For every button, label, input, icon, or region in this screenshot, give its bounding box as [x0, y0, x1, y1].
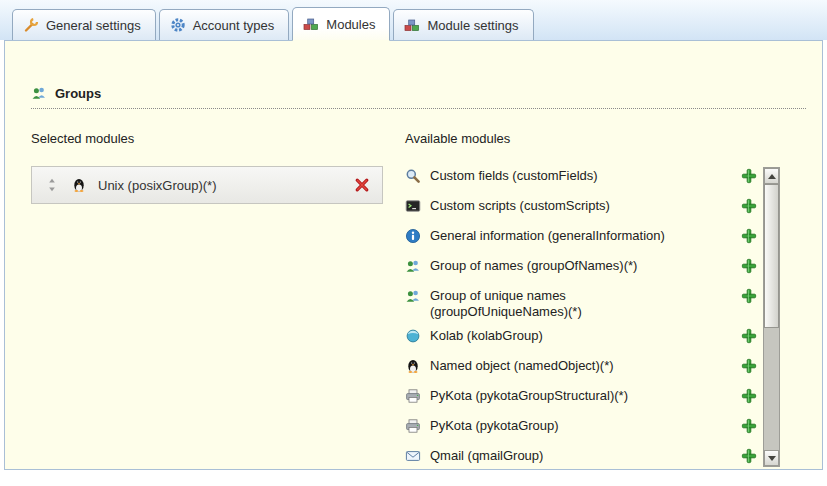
available-module-row: Named object (namedObject)(*) — [405, 354, 757, 384]
module-label: Group of unique names (groupOfUniqueName… — [430, 287, 688, 321]
magnifier-icon — [405, 168, 421, 184]
available-modules-scrollbar[interactable] — [763, 167, 780, 467]
available-modules-list: Custom fields (customFields) Custom scri… — [405, 164, 757, 474]
tab-label: Module settings — [427, 18, 518, 33]
available-module-row: Custom fields (customFields) — [405, 164, 757, 194]
tools-icon — [23, 17, 39, 33]
add-module-icon[interactable] — [741, 168, 757, 184]
scrollbar-track[interactable] — [764, 184, 779, 450]
available-module-row: Group of names (groupOfNames)(*) — [405, 254, 757, 284]
tab-modules[interactable]: Modules — [292, 7, 390, 41]
available-module-row: PyKota (pykotaGroup) — [405, 414, 757, 444]
module-settings-icon — [404, 17, 420, 33]
selected-modules-heading: Selected modules — [31, 131, 383, 146]
groups-section-header: Groups — [31, 85, 806, 109]
tab-bar: General settings Account types Modules M… — [12, 7, 534, 40]
tab-general-settings[interactable]: General settings — [12, 9, 156, 40]
drag-updown-icon[interactable] — [44, 177, 60, 193]
scroll-up-button[interactable] — [764, 168, 779, 184]
selected-modules-column: Selected modules Unix (posixGroup)(*) — [31, 131, 383, 204]
module-label: General information (generalInformation) — [430, 227, 665, 244]
module-label: Custom fields (customFields) — [430, 167, 598, 184]
module-label: Qmail (qmailGroup) — [430, 447, 543, 464]
available-module-row: General information (generalInformation) — [405, 224, 757, 254]
module-label: PyKota (pykotaGroup) — [430, 417, 559, 434]
tux-icon — [71, 177, 87, 193]
printer-icon — [405, 388, 421, 404]
info-icon — [405, 228, 421, 244]
scroll-down-button[interactable] — [764, 450, 779, 466]
selected-modules-box: Unix (posixGroup)(*) — [31, 166, 383, 204]
available-module-row: Group of unique names (groupOfUniqueName… — [405, 284, 757, 324]
groups-icon — [31, 85, 47, 101]
tux-icon — [405, 358, 421, 374]
add-module-icon[interactable] — [741, 198, 757, 214]
tab-module-settings[interactable]: Module settings — [393, 9, 533, 40]
gear-icon — [170, 17, 186, 33]
available-module-row: Custom scripts (customScripts) — [405, 194, 757, 224]
available-modules-column: Available modules Custom fields (customF… — [405, 131, 783, 474]
mail-icon — [405, 448, 421, 464]
arrow-up-icon — [768, 174, 776, 179]
tab-label: Account types — [193, 18, 275, 33]
selected-module-label: Unix (posixGroup)(*) — [98, 178, 343, 193]
tab-account-types[interactable]: Account types — [159, 9, 290, 40]
selected-module-row: Unix (posixGroup)(*) — [32, 167, 382, 203]
module-label: PyKota (pykotaGroupStructural)(*) — [430, 387, 628, 404]
tab-label: General settings — [46, 18, 141, 33]
arrow-down-icon — [768, 456, 776, 461]
add-module-icon[interactable] — [741, 288, 757, 304]
add-module-icon[interactable] — [741, 258, 757, 274]
modules-icon — [303, 16, 319, 32]
available-module-row: Qmail (qmailGroup) — [405, 444, 757, 474]
module-label: Kolab (kolabGroup) — [430, 327, 543, 344]
module-label: Group of names (groupOfNames)(*) — [430, 257, 637, 274]
delete-module-icon[interactable] — [354, 177, 370, 193]
module-label: Named object (namedObject)(*) — [430, 357, 614, 374]
scrollbar-thumb[interactable] — [764, 184, 779, 328]
script-icon — [405, 198, 421, 214]
section-title: Groups — [55, 86, 101, 101]
printer-icon — [405, 418, 421, 434]
available-module-row: Kolab (kolabGroup) — [405, 324, 757, 354]
add-module-icon[interactable] — [741, 228, 757, 244]
modules-panel: Groups Selected modules Unix (posixGroup… — [4, 40, 823, 470]
kolab-icon — [405, 328, 421, 344]
add-module-icon[interactable] — [741, 388, 757, 404]
available-modules-heading: Available modules — [405, 131, 783, 146]
group-icon — [405, 288, 421, 304]
available-module-row: PyKota (pykotaGroupStructural)(*) — [405, 384, 757, 414]
group-icon — [405, 258, 421, 274]
add-module-icon[interactable] — [741, 328, 757, 344]
tab-header: General settings Account types Modules M… — [0, 0, 827, 40]
add-module-icon[interactable] — [741, 448, 757, 464]
module-label: Custom scripts (customScripts) — [430, 197, 610, 214]
tab-label: Modules — [326, 17, 375, 32]
add-module-icon[interactable] — [741, 358, 757, 374]
add-module-icon[interactable] — [741, 418, 757, 434]
